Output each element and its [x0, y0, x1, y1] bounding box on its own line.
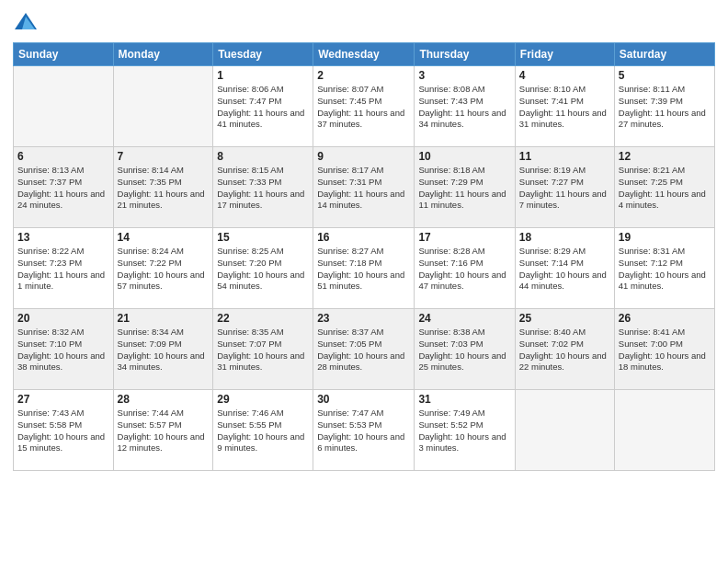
calendar-cell: 18Sunrise: 8:29 AM Sunset: 7:14 PM Dayli…	[515, 228, 614, 309]
day-number: 30	[317, 393, 410, 406]
day-info: Sunrise: 8:27 AM Sunset: 7:18 PM Dayligh…	[317, 246, 410, 293]
calendar-cell: 17Sunrise: 8:28 AM Sunset: 7:16 PM Dayli…	[415, 228, 515, 309]
day-number: 12	[619, 150, 711, 163]
day-number: 4	[519, 69, 610, 82]
day-info: Sunrise: 8:07 AM Sunset: 7:45 PM Dayligh…	[317, 84, 410, 131]
day-info: Sunrise: 8:14 AM Sunset: 7:35 PM Dayligh…	[118, 165, 210, 212]
calendar-table: SundayMondayTuesdayWednesdayThursdayFrid…	[13, 42, 715, 471]
day-number: 29	[217, 393, 309, 406]
day-number: 3	[418, 69, 510, 82]
calendar-cell: 5Sunrise: 8:11 AM Sunset: 7:39 PM Daylig…	[614, 66, 714, 147]
col-header-monday: Monday	[113, 43, 213, 66]
logo-icon	[13, 9, 39, 35]
day-number: 21	[118, 312, 210, 325]
calendar-cell: 11Sunrise: 8:19 AM Sunset: 7:27 PM Dayli…	[515, 147, 614, 228]
day-number: 27	[17, 393, 109, 406]
day-info: Sunrise: 8:28 AM Sunset: 7:16 PM Dayligh…	[418, 246, 510, 293]
day-number: 23	[317, 312, 410, 325]
calendar-cell: 10Sunrise: 8:18 AM Sunset: 7:29 PM Dayli…	[415, 147, 515, 228]
day-number: 13	[17, 231, 109, 244]
calendar-cell: 30Sunrise: 7:47 AM Sunset: 5:53 PM Dayli…	[313, 390, 415, 471]
col-header-friday: Friday	[515, 43, 614, 66]
calendar-cell: 13Sunrise: 8:22 AM Sunset: 7:23 PM Dayli…	[14, 228, 114, 309]
calendar-cell: 3Sunrise: 8:08 AM Sunset: 7:43 PM Daylig…	[415, 66, 515, 147]
calendar-cell	[14, 66, 114, 147]
day-info: Sunrise: 8:34 AM Sunset: 7:09 PM Dayligh…	[118, 327, 210, 373]
col-header-wednesday: Wednesday	[313, 43, 415, 66]
calendar-cell	[515, 390, 614, 471]
day-number: 17	[418, 231, 510, 244]
calendar-cell: 29Sunrise: 7:46 AM Sunset: 5:55 PM Dayli…	[213, 390, 313, 471]
day-number: 6	[17, 150, 109, 163]
col-header-tuesday: Tuesday	[213, 43, 313, 66]
day-number: 2	[317, 69, 410, 82]
day-info: Sunrise: 8:13 AM Sunset: 7:37 PM Dayligh…	[17, 165, 109, 212]
day-info: Sunrise: 8:31 AM Sunset: 7:12 PM Dayligh…	[619, 246, 711, 293]
day-info: Sunrise: 8:18 AM Sunset: 7:29 PM Dayligh…	[418, 165, 510, 212]
header	[13, 9, 715, 35]
calendar-cell: 21Sunrise: 8:34 AM Sunset: 7:09 PM Dayli…	[113, 309, 213, 390]
calendar-cell: 28Sunrise: 7:44 AM Sunset: 5:57 PM Dayli…	[113, 390, 213, 471]
calendar-cell: 31Sunrise: 7:49 AM Sunset: 5:52 PM Dayli…	[415, 390, 515, 471]
day-info: Sunrise: 8:37 AM Sunset: 7:05 PM Dayligh…	[317, 327, 410, 373]
day-info: Sunrise: 7:46 AM Sunset: 5:55 PM Dayligh…	[217, 408, 309, 454]
day-info: Sunrise: 8:21 AM Sunset: 7:25 PM Dayligh…	[619, 165, 711, 212]
day-number: 26	[619, 312, 711, 325]
day-number: 16	[317, 231, 410, 244]
day-info: Sunrise: 7:44 AM Sunset: 5:57 PM Dayligh…	[118, 408, 210, 454]
calendar-cell: 12Sunrise: 8:21 AM Sunset: 7:25 PM Dayli…	[614, 147, 714, 228]
day-info: Sunrise: 8:41 AM Sunset: 7:00 PM Dayligh…	[619, 327, 711, 373]
calendar-cell	[113, 66, 213, 147]
calendar-cell: 27Sunrise: 7:43 AM Sunset: 5:58 PM Dayli…	[14, 390, 114, 471]
calendar-cell: 1Sunrise: 8:06 AM Sunset: 7:47 PM Daylig…	[213, 66, 313, 147]
calendar-cell: 4Sunrise: 8:10 AM Sunset: 7:41 PM Daylig…	[515, 66, 614, 147]
day-number: 18	[519, 231, 610, 244]
calendar-cell: 26Sunrise: 8:41 AM Sunset: 7:00 PM Dayli…	[614, 309, 714, 390]
day-number: 15	[217, 231, 309, 244]
day-info: Sunrise: 7:49 AM Sunset: 5:52 PM Dayligh…	[418, 408, 510, 454]
calendar-cell: 9Sunrise: 8:17 AM Sunset: 7:31 PM Daylig…	[313, 147, 415, 228]
calendar-week-row: 20Sunrise: 8:32 AM Sunset: 7:10 PM Dayli…	[14, 309, 715, 390]
day-info: Sunrise: 8:35 AM Sunset: 7:07 PM Dayligh…	[217, 327, 309, 373]
day-number: 19	[619, 231, 711, 244]
day-info: Sunrise: 8:38 AM Sunset: 7:03 PM Dayligh…	[418, 327, 510, 373]
day-info: Sunrise: 8:17 AM Sunset: 7:31 PM Dayligh…	[317, 165, 410, 212]
day-info: Sunrise: 8:24 AM Sunset: 7:22 PM Dayligh…	[118, 246, 210, 293]
calendar-cell: 20Sunrise: 8:32 AM Sunset: 7:10 PM Dayli…	[14, 309, 114, 390]
day-info: Sunrise: 8:19 AM Sunset: 7:27 PM Dayligh…	[519, 165, 610, 212]
day-info: Sunrise: 8:40 AM Sunset: 7:02 PM Dayligh…	[519, 327, 610, 373]
calendar-cell: 14Sunrise: 8:24 AM Sunset: 7:22 PM Dayli…	[113, 228, 213, 309]
day-number: 5	[619, 69, 711, 82]
day-info: Sunrise: 8:15 AM Sunset: 7:33 PM Dayligh…	[217, 165, 309, 212]
day-number: 22	[217, 312, 309, 325]
day-info: Sunrise: 8:06 AM Sunset: 7:47 PM Dayligh…	[217, 84, 309, 131]
logo	[13, 9, 42, 35]
day-number: 10	[418, 150, 510, 163]
day-number: 1	[217, 69, 309, 82]
col-header-sunday: Sunday	[14, 43, 114, 66]
day-info: Sunrise: 8:11 AM Sunset: 7:39 PM Dayligh…	[619, 84, 711, 131]
day-info: Sunrise: 8:22 AM Sunset: 7:23 PM Dayligh…	[17, 246, 109, 293]
calendar-cell	[614, 390, 714, 471]
day-number: 11	[519, 150, 610, 163]
col-header-saturday: Saturday	[614, 43, 714, 66]
calendar-week-row: 13Sunrise: 8:22 AM Sunset: 7:23 PM Dayli…	[14, 228, 715, 309]
day-info: Sunrise: 8:08 AM Sunset: 7:43 PM Dayligh…	[418, 84, 510, 131]
day-info: Sunrise: 7:47 AM Sunset: 5:53 PM Dayligh…	[317, 408, 410, 454]
day-info: Sunrise: 8:29 AM Sunset: 7:14 PM Dayligh…	[519, 246, 610, 293]
calendar-cell: 16Sunrise: 8:27 AM Sunset: 7:18 PM Dayli…	[313, 228, 415, 309]
calendar-cell: 2Sunrise: 8:07 AM Sunset: 7:45 PM Daylig…	[313, 66, 415, 147]
calendar-cell: 15Sunrise: 8:25 AM Sunset: 7:20 PM Dayli…	[213, 228, 313, 309]
day-info: Sunrise: 8:32 AM Sunset: 7:10 PM Dayligh…	[17, 327, 109, 373]
day-number: 28	[118, 393, 210, 406]
calendar-header-row: SundayMondayTuesdayWednesdayThursdayFrid…	[14, 43, 715, 66]
calendar-week-row: 27Sunrise: 7:43 AM Sunset: 5:58 PM Dayli…	[14, 390, 715, 471]
day-number: 8	[217, 150, 309, 163]
day-info: Sunrise: 8:10 AM Sunset: 7:41 PM Dayligh…	[519, 84, 610, 131]
day-number: 31	[418, 393, 510, 406]
calendar-cell: 19Sunrise: 8:31 AM Sunset: 7:12 PM Dayli…	[614, 228, 714, 309]
day-number: 7	[118, 150, 210, 163]
day-number: 25	[519, 312, 610, 325]
day-number: 20	[17, 312, 109, 325]
calendar-cell: 6Sunrise: 8:13 AM Sunset: 7:37 PM Daylig…	[14, 147, 114, 228]
